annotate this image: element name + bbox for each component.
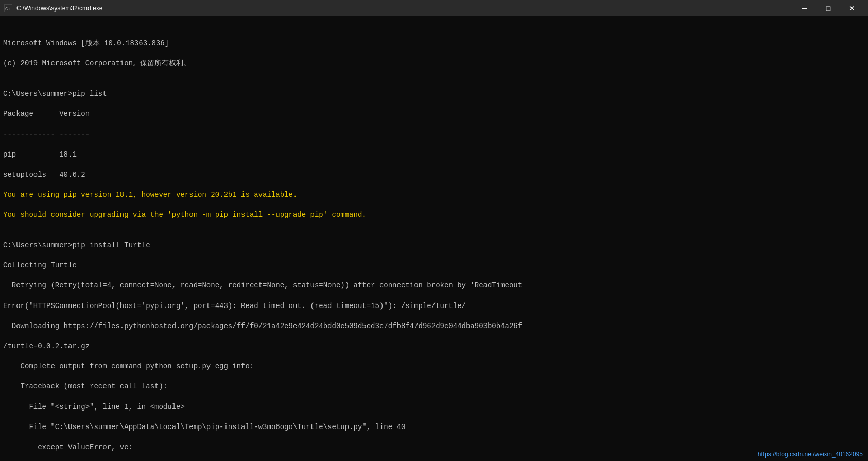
terminal-line-14: Error("HTTPSConnectionPool(host='pypi.or… xyxy=(3,301,865,312)
terminal-line-0: Microsoft Windows [版本 10.0.18363.836] xyxy=(3,39,865,49)
terminal-line-16: /turtle-0.0.2.tar.gz xyxy=(3,342,865,352)
close-button[interactable]: ✕ xyxy=(840,0,864,16)
terminal-line-5: ------------ ------- xyxy=(3,130,865,140)
terminal-line-6: pip 18.1 xyxy=(3,150,865,160)
cmd-icon: C: xyxy=(4,4,12,12)
terminal-content: Microsoft Windows [版本 10.0.18363.836] (c… xyxy=(3,19,865,461)
cmd-window: C: C:\Windows\system32\cmd.exe ─ □ ✕ Mic… xyxy=(0,0,868,461)
terminal-line-21: except ValueError, ve: xyxy=(3,442,865,453)
watermark: https://blog.csdn.net/weixin_40162095 xyxy=(758,451,863,458)
terminal-line-9: You should consider upgrading via the 'p… xyxy=(3,210,865,220)
terminal-line-12: Collecting Turtle xyxy=(3,261,865,271)
terminal-line-13: Retrying (Retry(total=4, connect=None, r… xyxy=(3,281,865,291)
terminal-line-15: Downloading https://files.pythonhosted.o… xyxy=(3,321,865,332)
title-bar-title: C:\Windows\system32\cmd.exe xyxy=(16,5,102,12)
terminal-line-17: Complete output from command python setu… xyxy=(3,362,865,372)
terminal-line-11: C:\Users\summer>pip install Turtle xyxy=(3,241,865,251)
svg-text:C:: C: xyxy=(5,7,11,12)
terminal-line-20: File "C:\Users\summer\AppData\Local\Temp… xyxy=(3,422,865,433)
maximize-button[interactable]: □ xyxy=(817,0,840,16)
terminal-line-4: Package Version xyxy=(3,109,865,119)
terminal-line-7: setuptools 40.6.2 xyxy=(3,170,865,180)
terminal-line-19: File "<string>", line 1, in <module> xyxy=(3,402,865,413)
terminal-line-3: C:\Users\summer>pip list xyxy=(3,89,865,99)
title-bar-left: C: C:\Windows\system32\cmd.exe xyxy=(4,4,102,12)
terminal-line-1: (c) 2019 Microsoft Corporation。保留所有权利。 xyxy=(3,59,865,69)
title-bar-controls: ─ □ ✕ xyxy=(793,0,864,16)
terminal-line-18: Traceback (most recent call last): xyxy=(3,382,865,392)
title-bar: C: C:\Windows\system32\cmd.exe ─ □ ✕ xyxy=(0,0,868,16)
terminal-body: Microsoft Windows [版本 10.0.18363.836] (c… xyxy=(0,16,868,461)
terminal-line-8: You are using pip version 18.1, however … xyxy=(3,190,865,200)
minimize-button[interactable]: ─ xyxy=(793,0,817,16)
